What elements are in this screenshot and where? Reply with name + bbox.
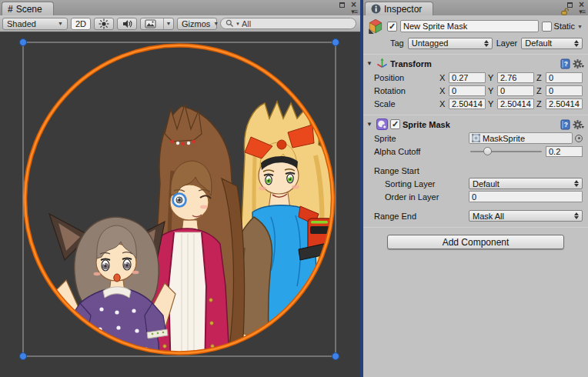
add-component-button[interactable]: Add Component [387, 235, 564, 249]
transform-icon [376, 58, 388, 69]
scale-x-field[interactable]: 2.50414 [449, 98, 486, 109]
selection-handle-top-right[interactable] [332, 39, 339, 46]
sprite-mask-icon [376, 118, 388, 130]
svg-text:?: ? [564, 60, 568, 68]
tab-inspector-label: Inspector [384, 4, 422, 15]
lock-icon[interactable] [561, 8, 569, 17]
popup-arrows-icon [574, 40, 579, 47]
scene-panel: # Scene × ▾≡ Shaded ▼ 2D [0, 0, 360, 377]
selection-handle-top-left[interactable] [20, 39, 27, 46]
sprite-mask-component: ▼ ✓ Sprite Mask ? [363, 115, 588, 227]
range-end-dropdown[interactable]: Mask All [469, 210, 583, 222]
add-component-area: Add Component [363, 228, 588, 249]
rotation-label: Rotation [374, 86, 437, 95]
static-label: Static [554, 22, 576, 31]
sorting-layer-value: Default [473, 179, 572, 188]
draw-mode-dropdown[interactable]: Shaded ▼ [2, 18, 68, 30]
scene-tabstrip: # Scene × ▾≡ [0, 0, 360, 15]
speaker-icon [122, 18, 132, 29]
selection-handle-bottom-right[interactable] [332, 353, 339, 360]
sorting-layer-dropdown[interactable]: Default [469, 178, 583, 189]
panel-menu-icon[interactable]: ▾≡ [351, 8, 357, 15]
sprite-mask-title: Sprite Mask [403, 120, 558, 129]
foldout-icon[interactable]: ▼ [366, 121, 374, 128]
axis-y-label: Y [488, 73, 495, 82]
popup-arrows-icon [484, 40, 489, 47]
layer-dropdown[interactable]: Default [521, 38, 583, 49]
axis-y-label: Y [488, 86, 495, 95]
inspector-window-controls: × ▾≡ [560, 0, 586, 15]
static-dropdown-arrow-icon[interactable]: ▼ [577, 24, 583, 29]
foldout-icon[interactable]: ▼ [366, 60, 374, 67]
masked-sprite-illustration [49, 102, 339, 377]
gizmos-dropdown[interactable]: Gizmos ▼ [177, 18, 217, 30]
scene-window-controls: × ▾≡ [332, 0, 358, 15]
position-z-field[interactable]: 0 [546, 72, 583, 83]
tag-dropdown[interactable]: Untagged [408, 38, 493, 49]
range-end-label: Range End [374, 212, 466, 221]
alpha-cutoff-slider[interactable] [469, 146, 543, 157]
component-enabled-checkbox[interactable]: ✓ [390, 119, 400, 129]
axis-y-label: Y [488, 99, 495, 108]
order-in-layer-field[interactable]: 0 [469, 191, 583, 202]
order-in-layer-label: Order in Layer [374, 192, 466, 202]
range-end-value: Mask All [473, 212, 572, 221]
chevron-down-icon: ▼ [213, 21, 219, 26]
sprite-row: Sprite MaskSprite [363, 132, 588, 145]
object-picker-icon[interactable] [575, 135, 583, 142]
active-checkbox[interactable]: ✓ [387, 22, 397, 32]
selection-handle-bottom-left[interactable] [20, 353, 27, 360]
search-filter-arrow-icon[interactable]: ▼ [236, 22, 240, 26]
sorting-layer-row: Sorting Layer Default [363, 177, 588, 190]
alpha-cutoff-value-field[interactable]: 0.2 [546, 146, 583, 157]
2d-toggle-button[interactable]: 2D [71, 18, 91, 30]
maximize-icon[interactable] [339, 2, 345, 8]
scene-search-field[interactable]: ▼ [220, 18, 356, 29]
transform-component: ▼ Transform ? [363, 55, 588, 115]
popup-arrows-icon [574, 212, 579, 219]
scene-toolbar: Shaded ▼ 2D [0, 15, 360, 32]
sprite-object-field[interactable]: MaskSprite [469, 132, 573, 144]
inspector-content: ✓ Static ▼ Tag Untagged Layer Default [363, 15, 588, 377]
position-y-field[interactable]: 2.76 [497, 72, 534, 83]
audio-toggle-button[interactable] [117, 18, 137, 30]
tag-label: Tag [390, 38, 404, 48]
range-start-label: Range Start [374, 166, 466, 175]
effects-dropdown-arrow[interactable]: ▼ [163, 18, 173, 29]
scale-z-field[interactable]: 2.50414 [546, 98, 583, 109]
rotation-x-field[interactable]: 0 [449, 85, 486, 96]
gear-icon[interactable] [573, 58, 584, 69]
rotation-y-field[interactable]: 0 [497, 85, 534, 96]
gameobject-name-input[interactable] [400, 20, 539, 32]
axis-x-label: X [439, 86, 446, 95]
help-icon[interactable]: ? [560, 58, 570, 69]
slider-thumb[interactable] [483, 147, 492, 155]
rotation-z-field[interactable]: 0 [546, 85, 583, 96]
tab-scene[interactable]: # Scene [2, 2, 54, 15]
scale-y-field[interactable]: 2.50414 [497, 98, 534, 109]
axis-z-label: Z [536, 99, 543, 108]
layer-label: Layer [496, 38, 518, 48]
lighting-toggle-button[interactable] [94, 18, 114, 30]
range-start-row: Range Start [363, 164, 588, 177]
alpha-cutoff-label: Alpha Cutoff [374, 147, 466, 156]
maximize-icon[interactable] [567, 2, 573, 8]
help-icon[interactable]: ? [560, 119, 570, 130]
position-x-field[interactable]: 0.27 [449, 72, 486, 83]
gameobject-cube-icon[interactable] [367, 18, 384, 35]
scale-row: Scale X 2.50414 Y 2.50414 Z 2.50414 [363, 97, 588, 110]
effects-toggle-button[interactable]: ▼ [140, 18, 174, 30]
panel-menu-icon[interactable]: ▾≡ [579, 8, 585, 15]
axis-x-label: X [439, 99, 446, 108]
scene-viewport[interactable] [0, 32, 360, 377]
position-label: Position [374, 73, 437, 82]
scene-search-input[interactable] [242, 19, 351, 28]
gear-icon[interactable] [573, 119, 584, 130]
tag-value: Untagged [412, 38, 482, 48]
layer-value: Default [525, 38, 572, 48]
inspector-panel: Inspector × ▾≡ ✓ [363, 0, 588, 377]
static-checkbox[interactable] [542, 22, 552, 32]
tab-inspector[interactable]: Inspector [365, 2, 433, 15]
sun-icon [99, 18, 109, 29]
sprite-thumb-icon [472, 134, 480, 142]
